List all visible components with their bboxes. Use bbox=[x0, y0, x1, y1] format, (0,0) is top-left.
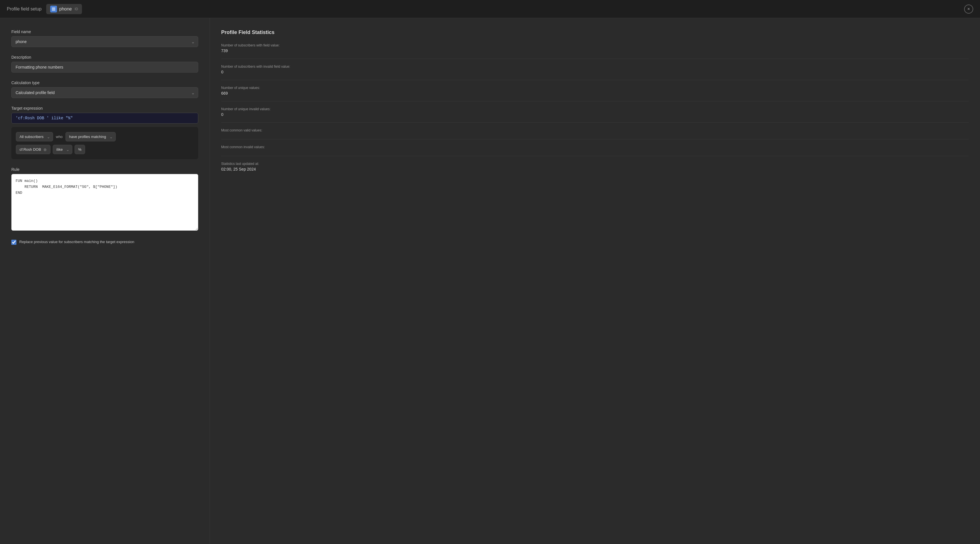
stat-item-0: Number of subscribers with field value: … bbox=[221, 43, 969, 59]
stat-value-2: 669 bbox=[221, 91, 969, 95]
svg-rect-2 bbox=[52, 10, 55, 11]
stat-label-3: Number of unique invalid values: bbox=[221, 107, 969, 111]
description-group: Description bbox=[11, 55, 198, 73]
calculation-type-select-wrapper: Calculated profile field Static profile … bbox=[11, 87, 198, 98]
tab-label: phone bbox=[59, 6, 72, 12]
stat-value-3: 0 bbox=[221, 112, 969, 117]
filter-value-label: % bbox=[78, 147, 82, 152]
filter-row-top: All subscribers who have profiles matchi… bbox=[16, 132, 194, 141]
stat-label-5: Most common invalid values: bbox=[221, 145, 969, 149]
subscribers-select[interactable]: All subscribers bbox=[16, 132, 53, 141]
stat-item-5: Most common invalid values: bbox=[221, 145, 969, 156]
filter-tag-close-icon[interactable]: ⊗ bbox=[43, 147, 47, 152]
rule-group: Rule FUN main() RETURN MAKE_E164_FORMAT(… bbox=[11, 167, 198, 232]
stat-value-0: 739 bbox=[221, 48, 969, 53]
filter-row-bottom: cf:Rosh DOB ⊗ ilike % bbox=[16, 145, 194, 154]
field-name-label: Field name bbox=[11, 30, 198, 34]
stats-title: Profile Field Statistics bbox=[221, 30, 969, 35]
replace-checkbox[interactable] bbox=[11, 240, 16, 245]
rule-label: Rule bbox=[11, 167, 198, 172]
field-name-group: Field name bbox=[11, 30, 198, 47]
main-layout: Field name Description Calculation type … bbox=[0, 18, 980, 544]
checkbox-label: Replace previous value for subscribers m… bbox=[19, 239, 134, 244]
stat-label-1: Number of subscribers with invalid field… bbox=[221, 65, 969, 68]
field-name-input-wrapper bbox=[11, 36, 198, 47]
target-expression-input[interactable] bbox=[11, 113, 198, 124]
checkbox-row: Replace previous value for subscribers m… bbox=[11, 239, 198, 245]
tab-id: ID bbox=[75, 7, 78, 11]
operator-select-wrapper: ilike bbox=[53, 145, 72, 154]
svg-rect-1 bbox=[52, 9, 55, 10]
stat-label-0: Number of subscribers with field value: bbox=[221, 43, 969, 47]
stat-label-4: Most common valid values: bbox=[221, 128, 969, 132]
subscribers-select-wrapper: All subscribers bbox=[16, 132, 53, 141]
stat-value-1: 0 bbox=[221, 70, 969, 74]
filter-tag: cf:Rosh DOB ⊗ bbox=[16, 145, 51, 154]
right-panel: Profile Field Statistics Number of subsc… bbox=[210, 18, 980, 544]
target-expression-group: Target expression All subscribers who ha… bbox=[11, 106, 198, 159]
profiles-matching-select[interactable]: have profiles matching bbox=[65, 132, 116, 141]
left-panel: Field name Description Calculation type … bbox=[0, 18, 210, 544]
stat-item-3: Number of unique invalid values: 0 bbox=[221, 107, 969, 123]
stat-item-2: Number of unique values: 669 bbox=[221, 86, 969, 102]
calculation-type-label: Calculation type bbox=[11, 81, 198, 85]
stat-label-6: Statistics last updated at: bbox=[221, 162, 969, 166]
field-name-input[interactable] bbox=[11, 36, 198, 47]
close-button[interactable]: × bbox=[964, 5, 973, 14]
who-label: who bbox=[56, 135, 63, 139]
header: Profile field setup phone ID × bbox=[0, 0, 980, 18]
filter-tag-label: cf:Rosh DOB bbox=[19, 147, 41, 152]
description-label: Description bbox=[11, 55, 198, 60]
stat-value-6: 02:00, 25 Sep 2024 bbox=[221, 167, 969, 171]
stat-item-1: Number of subscribers with invalid field… bbox=[221, 65, 969, 80]
target-expression-label: Target expression bbox=[11, 106, 198, 111]
stat-label-2: Number of unique values: bbox=[221, 86, 969, 90]
rule-textarea[interactable]: FUN main() RETURN MAKE_E164_FORMAT("SG",… bbox=[11, 174, 198, 231]
filter-box: All subscribers who have profiles matchi… bbox=[11, 127, 198, 159]
stat-item-4: Most common valid values: bbox=[221, 128, 969, 140]
description-input[interactable] bbox=[11, 62, 198, 73]
calculation-type-select[interactable]: Calculated profile field Static profile … bbox=[11, 87, 198, 98]
stat-item-6: Statistics last updated at: 02:00, 25 Se… bbox=[221, 162, 969, 177]
calculation-type-group: Calculation type Calculated profile fiel… bbox=[11, 81, 198, 98]
svg-rect-0 bbox=[52, 8, 55, 8]
operator-select[interactable]: ilike bbox=[53, 145, 72, 154]
filter-value-tag: % bbox=[75, 145, 85, 154]
header-tab: phone ID bbox=[46, 4, 82, 14]
tab-icon bbox=[50, 6, 57, 13]
profiles-matching-select-wrapper: have profiles matching bbox=[65, 132, 116, 141]
header-title: Profile field setup bbox=[7, 6, 42, 12]
